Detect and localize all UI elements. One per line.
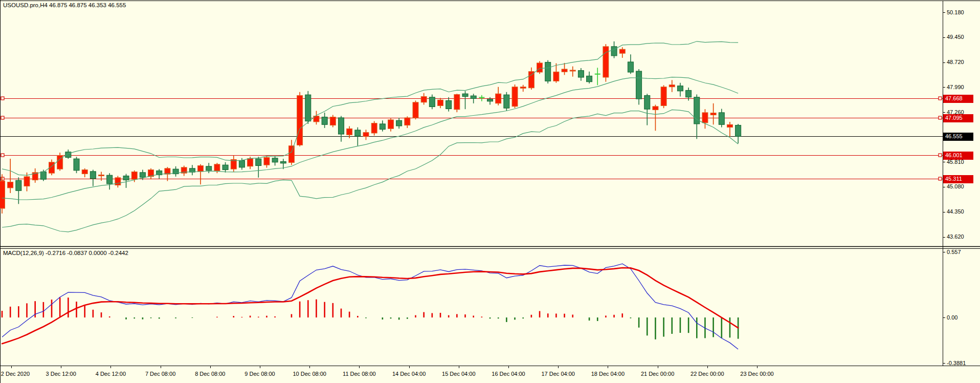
candle-bearish [719, 113, 724, 124]
candle-bullish [512, 87, 518, 107]
hline-handle[interactable] [939, 154, 942, 157]
time-axis-label: 7 Dec 08:00 [145, 371, 175, 377]
hline-handle[interactable] [939, 177, 942, 180]
candle-bearish [123, 176, 129, 180]
price-axis-label: 44.350 [947, 208, 964, 215]
time-axis-label: 22 Dec 00:00 [691, 371, 724, 377]
candle-bearish [686, 90, 692, 97]
price-axis-label: 47.260 [947, 109, 964, 116]
price-axis-label: 50.180 [947, 9, 964, 16]
time-axis-label: 16 Dec 04:00 [492, 371, 525, 377]
candle-bullish [661, 87, 666, 106]
time-axis-label: 23 Dec 00:00 [740, 371, 773, 377]
macd-axis-label: -0.3881 [947, 360, 966, 367]
candle-bullish [553, 72, 559, 81]
hline-handle[interactable] [1, 154, 4, 157]
price-badge-47668[interactable]: 47.668 [943, 95, 973, 103]
candle-bearish [487, 99, 493, 101]
candle-bearish [462, 94, 468, 96]
candle-bearish [40, 172, 46, 180]
price-badge-45311[interactable]: 45.311 [943, 175, 973, 183]
candle-bearish [578, 71, 584, 77]
window-background [0, 0, 980, 383]
candle-bullish [8, 182, 13, 188]
candle-bearish [74, 159, 79, 171]
candle-bullish [454, 94, 460, 109]
candle-bearish [90, 172, 96, 179]
candle-bearish [280, 161, 286, 163]
candle-bullish [710, 113, 716, 115]
candle-bearish [16, 180, 21, 190]
time-axis-label: 14 Dec 04:00 [392, 371, 426, 377]
candle-bullish [82, 170, 87, 174]
candle-bullish [653, 107, 658, 110]
hline-handle[interactable] [939, 116, 942, 119]
candle-bearish [545, 62, 551, 81]
candle-bullish [131, 172, 137, 180]
candle-bearish [396, 120, 402, 126]
candle-bullish [24, 177, 30, 186]
candle-bullish [619, 49, 625, 53]
time-axis-label: 8 Dec 08:00 [195, 371, 225, 377]
candle-bullish [264, 157, 270, 165]
macd-axis-label: 0.00 [947, 314, 957, 321]
mt4-chart-window: USOUSD.pro,H4 46.875 46.875 46.353 46.55… [0, 0, 980, 383]
price-axis-label: 47.990 [947, 84, 964, 91]
candle-bullish [115, 178, 121, 185]
candle-bearish [736, 125, 741, 137]
candle-bullish [669, 85, 675, 87]
time-axis-label: 3 Dec 12:00 [46, 371, 76, 377]
candle-bullish [347, 129, 352, 135]
candle-bullish [421, 96, 427, 102]
candle-bullish [438, 100, 443, 105]
quote-badge-46555: 46.555 [943, 133, 973, 141]
candle-bearish [628, 62, 633, 72]
candle-bearish [206, 166, 212, 171]
time-axis-label: 17 Dec 04:00 [541, 371, 574, 377]
candle-bullish [702, 113, 708, 123]
candle-bearish [611, 47, 617, 56]
price-axis-label: 45.810 [947, 159, 964, 165]
price-axis-label: 45.080 [947, 183, 964, 190]
candle-bullish [371, 123, 377, 133]
hline-handle[interactable] [939, 97, 942, 100]
candle-bullish [405, 118, 410, 125]
candle-bullish [288, 146, 294, 163]
candle-bullish [520, 87, 526, 89]
candle-bullish [496, 94, 501, 103]
candle-bullish [528, 72, 534, 88]
candle-bearish [471, 96, 476, 98]
time-axis-label: 2 Dec 2020 [1, 371, 30, 377]
candle-bearish [504, 95, 509, 108]
candle-bullish [562, 69, 567, 72]
candle-bullish [214, 164, 220, 171]
candle-bearish [239, 160, 244, 167]
candle-bullish [248, 158, 253, 166]
hline-handle[interactable] [1, 177, 4, 180]
candle-bearish [338, 118, 344, 134]
candle-bearish [140, 173, 145, 177]
candle-bearish [446, 100, 452, 109]
time-axis-label: 4 Dec 12:00 [96, 371, 126, 377]
candle-bearish [107, 175, 113, 184]
time-axis-label: 11 Dec 08:00 [343, 371, 376, 377]
candle-bearish [322, 117, 327, 125]
hline-handle[interactable] [1, 97, 4, 100]
candle-bullish [363, 133, 369, 137]
time-axis-label: 15 Dec 04:00 [442, 371, 475, 377]
chart-canvas[interactable] [0, 0, 980, 383]
candle-bearish [644, 95, 650, 109]
candle-bullish [99, 175, 104, 176]
candle-bearish [272, 158, 278, 162]
price-axis-label: 48.720 [947, 59, 964, 66]
time-axis-label: 10 Dec 08:00 [293, 371, 326, 377]
candle-bullish [727, 124, 732, 127]
macd-indicator-label: MACD(12,26,9) -0.2716 -0.0837 0.0000 -0.… [3, 250, 128, 257]
candle-bearish [587, 76, 592, 81]
hline-handle[interactable] [1, 116, 4, 119]
candle-bearish [305, 95, 311, 121]
candle-bullish [297, 95, 303, 145]
time-axis-label: 18 Dec 04:00 [591, 371, 625, 377]
candle-bearish [355, 130, 361, 136]
candle-bearish [429, 97, 435, 107]
